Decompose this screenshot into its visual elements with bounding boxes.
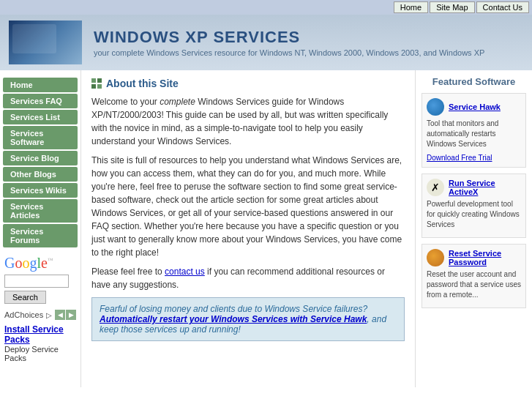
header-logo: [9, 20, 82, 64]
featured-item-name-2[interactable]: Reset Service Password: [449, 249, 521, 266]
run-icon: ✗: [427, 179, 444, 196]
featured-item-1: ✗ Run Service ActiveX Powerful developme…: [422, 174, 526, 238]
sidebar-item-service-blog[interactable]: Service Blog: [3, 151, 78, 165]
sidebar-item-services-forums[interactable]: Services Forums: [3, 224, 78, 247]
reset-icon: [427, 249, 444, 266]
featured-item-0: Service Hawk Tool that monitors and auto…: [422, 93, 526, 168]
featured-item-desc-2: Reset the user account and password that…: [427, 269, 521, 300]
featured-item-header-1: ✗ Run Service ActiveX: [427, 179, 521, 196]
featured-title: Featured Software: [422, 76, 526, 87]
sidebar-item-services-articles[interactable]: Services Articles: [3, 199, 78, 223]
featured-item-header-2: Reset Service Password: [427, 249, 521, 266]
install-service-packs-link[interactable]: Install Service Packs: [4, 324, 64, 345]
google-tm: ™: [48, 257, 53, 264]
google-section: Google™ Search: [0, 249, 80, 307]
right-column: Featured Software Service Hawk Tool that…: [415, 70, 532, 387]
sitemap-nav-button[interactable]: Site Map: [430, 1, 474, 13]
google-logo: Google™: [4, 255, 76, 272]
ad-next-button[interactable]: ▶: [66, 310, 76, 320]
main-para2: This site is full of resources to help y…: [91, 154, 405, 259]
featured-item-link-0[interactable]: Download Free Trial: [427, 154, 492, 162]
deploy-service-packs-text: Deploy Service Packs: [4, 345, 76, 362]
sidebar-item-services-software[interactable]: Services Software: [3, 126, 78, 149]
featured-item-desc-1: Powerful development tool for quickly cr…: [427, 199, 521, 230]
promo-link[interactable]: Automatically restart your Windows Servi…: [100, 314, 367, 324]
ad-prev-button[interactable]: ◀: [55, 310, 65, 320]
contact-us-link[interactable]: contact us: [165, 266, 205, 277]
para3-prefix: Please feel free to: [91, 266, 165, 277]
ad-arrow-nav: ◀ ▶: [55, 310, 76, 320]
contact-nav-button[interactable]: Contact Us: [476, 1, 529, 13]
about-icon: [91, 78, 102, 89]
header-text: WINDOWS XP SERVICES your complete Window…: [94, 28, 523, 57]
hawk-icon: [427, 98, 444, 116]
service-packs-section: Install Service Packs Deploy Service Pac…: [0, 323, 80, 364]
google-search-input[interactable]: [4, 275, 69, 288]
about-title: About this Site: [106, 78, 179, 89]
sidebar-nav: HomeServices FAQServices ListServices So…: [0, 78, 80, 247]
sidebar-item-services-list[interactable]: Services List: [3, 110, 78, 124]
site-subtitle: your complete Windows Services resource …: [94, 48, 523, 57]
main-para3: Please feel free to contact us if you ca…: [91, 265, 405, 291]
main-para1: Welcome to your complete Windows Service…: [91, 95, 405, 148]
top-navigation: Home Site Map Contact Us: [0, 0, 532, 15]
promo-box: Fearful of losing money and clients due …: [91, 297, 405, 341]
main-layout: HomeServices FAQServices ListServices So…: [0, 70, 532, 387]
home-nav-button[interactable]: Home: [394, 1, 428, 13]
sidebar-item-services-faq[interactable]: Services FAQ: [3, 94, 78, 108]
featured-item-desc-0: Tool that monitors and automatically res…: [427, 119, 521, 149]
featured-item-name-1[interactable]: Run Service ActiveX: [449, 179, 521, 196]
ad-choices-label: AdChoices: [4, 310, 43, 319]
featured-item-header-0: Service Hawk: [427, 98, 521, 116]
main-content: About this Site Welcome to your complete…: [80, 70, 415, 387]
para1-prefix: Welcome to your: [91, 97, 160, 107]
promo-text1: Fearful of losing money and clients due …: [100, 304, 367, 314]
header: WINDOWS XP SERVICES your complete Window…: [0, 15, 532, 70]
about-header: About this Site: [91, 78, 405, 89]
sidebar-item-services-wikis[interactable]: Services Wikis: [3, 183, 78, 198]
ad-choices-symbol: ▷: [46, 311, 52, 319]
featured-item-name-0[interactable]: Service Hawk: [449, 102, 501, 111]
para1-italic: complete: [160, 97, 195, 107]
sidebar-item-home[interactable]: Home: [3, 78, 78, 92]
ad-choices: AdChoices ▷ ◀ ▶: [0, 307, 80, 323]
sidebar: HomeServices FAQServices ListServices So…: [0, 70, 80, 387]
google-search-button[interactable]: Search: [4, 291, 46, 304]
featured-item-2: Reset Service Password Reset the user ac…: [422, 244, 526, 308]
site-title: WINDOWS XP SERVICES: [94, 28, 523, 47]
sidebar-item-other-blogs[interactable]: Other Blogs: [3, 167, 78, 182]
featured-items: Service Hawk Tool that monitors and auto…: [422, 93, 526, 308]
